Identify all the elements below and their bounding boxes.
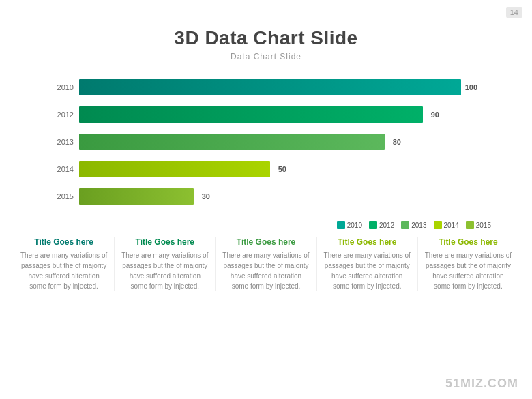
- legend-label-2013: 2013: [411, 222, 426, 229]
- desc-col-4: Title Goes hereThere are many variations…: [418, 237, 518, 291]
- bar-value-2015: 30: [202, 192, 210, 201]
- bar-label-2010: 2010: [55, 83, 79, 91]
- bar-value-2010: 100: [465, 83, 477, 91]
- legend-color-2010: [337, 221, 345, 229]
- main-title: 3D Data Chart Slide: [0, 27, 532, 49]
- desc-text-2: There are many variations of passages bu…: [221, 250, 310, 291]
- legend-label-2014: 2014: [444, 222, 459, 229]
- bar-value-2013: 80: [393, 138, 401, 146]
- bar-row-2010: 2010100: [55, 75, 491, 100]
- legend: 20102012201320142015: [0, 218, 532, 232]
- bar-row-2012: 201290: [55, 102, 491, 127]
- legend-item-2015: 2015: [466, 221, 491, 229]
- desc-text-4: There are many variations of passages bu…: [424, 250, 513, 291]
- bar-value-2012: 90: [431, 110, 439, 119]
- bar-value-2014: 50: [278, 165, 286, 173]
- legend-color-2012: [369, 221, 377, 229]
- chart-area: 2010100201290201380201450201530: [0, 68, 532, 218]
- bar-chart: 2010100201290201380201450201530: [55, 75, 491, 211]
- desc-title-4: Title Goes here: [424, 237, 513, 247]
- desc-col-0: Title Goes hereThere are many variations…: [14, 237, 115, 291]
- legend-color-2013: [401, 221, 409, 229]
- desc-text-3: There are many variations of passages bu…: [323, 250, 412, 291]
- bar-label-2012: 2012: [55, 110, 79, 119]
- desc-col-1: Title Goes hereThere are many variations…: [115, 237, 216, 291]
- desc-title-1: Title Goes here: [120, 237, 209, 247]
- desc-text-1: There are many variations of passages bu…: [120, 250, 209, 291]
- bar-2013: 80: [79, 134, 385, 150]
- bar-label-2014: 2014: [55, 165, 79, 173]
- legend-item-2013: 2013: [401, 221, 426, 229]
- bar-2014: 50: [79, 161, 270, 177]
- desc-title-2: Title Goes here: [221, 237, 310, 247]
- watermark: 51MIZ.COM: [445, 376, 518, 391]
- desc-text-0: There are many variations of passages bu…: [19, 250, 108, 291]
- header: 3D Data Chart Slide Data Chart Slide: [0, 0, 532, 68]
- sub-title: Data Chart Slide: [0, 52, 532, 61]
- page-number: 14: [506, 7, 522, 18]
- legend-color-2015: [466, 221, 474, 229]
- bar-label-2015: 2015: [55, 192, 79, 201]
- bar-2012: 90: [79, 106, 423, 123]
- desc-col-2: Title Goes hereThere are many variations…: [216, 237, 316, 291]
- bar-row-2013: 201380: [55, 130, 491, 154]
- legend-item-2010: 2010: [337, 221, 362, 229]
- legend-color-2014: [434, 221, 442, 229]
- desc-col-3: Title Goes hereThere are many variations…: [317, 237, 418, 291]
- legend-item-2012: 2012: [369, 221, 394, 229]
- bar-2015: 30: [79, 188, 194, 205]
- descriptions: Title Goes hereThere are many variations…: [0, 232, 532, 291]
- bar-row-2015: 201530: [55, 184, 491, 209]
- desc-title-3: Title Goes here: [323, 237, 412, 247]
- bar-2010: 100: [79, 79, 461, 95]
- desc-title-0: Title Goes here: [19, 237, 108, 247]
- legend-label-2012: 2012: [379, 222, 394, 229]
- bar-label-2013: 2013: [55, 138, 79, 146]
- bar-row-2014: 201450: [55, 157, 491, 181]
- legend-label-2015: 2015: [476, 222, 491, 229]
- legend-item-2014: 2014: [434, 221, 459, 229]
- legend-label-2010: 2010: [347, 222, 362, 229]
